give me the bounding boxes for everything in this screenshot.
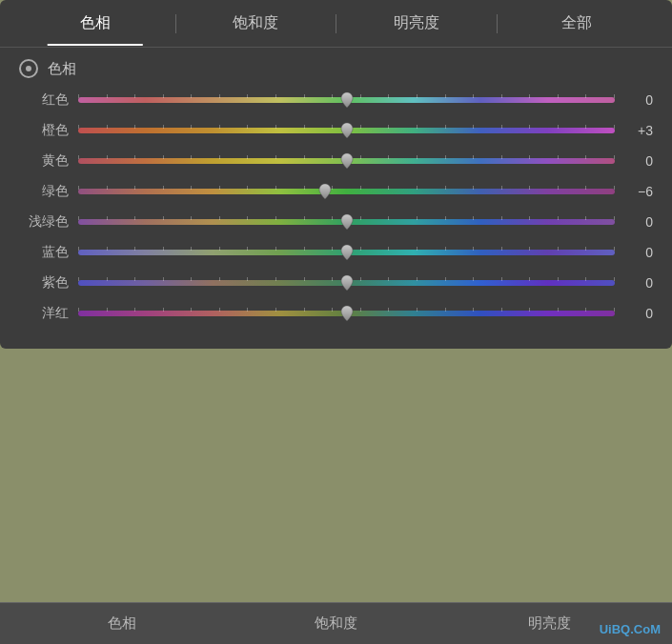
slider-label-purple: 紫色: [19, 274, 69, 292]
slider-container-purple[interactable]: [78, 272, 615, 293]
sliders-container: 红色: [19, 90, 653, 324]
slider-thumb-magenta[interactable]: [338, 303, 356, 324]
tab-saturation[interactable]: 饱和度: [176, 2, 336, 45]
bottom-tab-hue[interactable]: 色相: [15, 614, 229, 633]
slider-value-green: −6: [624, 184, 653, 199]
section-title: 色相: [48, 60, 76, 78]
tab-all[interactable]: 全部: [498, 2, 658, 45]
slider-label-red: 红色: [19, 91, 69, 109]
slider-value-blue: 0: [624, 245, 653, 260]
background-fill: [0, 349, 672, 644]
slider-container-magenta[interactable]: [78, 303, 615, 324]
slider-thumb-yellow[interactable]: [338, 151, 356, 171]
slider-value-yellow: 0: [624, 153, 653, 169]
slider-row-magenta: 洋红: [19, 303, 653, 324]
main-panel: 色相 饱和度 明亮度 全部 色相 红色: [0, 0, 672, 349]
slider-value-purple: 0: [624, 275, 653, 291]
slider-value-orange: +3: [624, 123, 653, 138]
slider-label-green: 绿色: [19, 183, 69, 200]
slider-container-green[interactable]: [78, 181, 615, 202]
slider-row-green: 绿色: [19, 181, 653, 202]
thumb-shape-yellow: [340, 152, 354, 170]
target-icon[interactable]: [19, 59, 38, 78]
thumb-shape-magenta: [340, 305, 354, 322]
slider-row-red: 红色: [19, 90, 653, 111]
slider-thumb-aqua[interactable]: [338, 211, 356, 232]
slider-label-aqua: 浅绿色: [19, 213, 69, 231]
tab-hue[interactable]: 色相: [15, 2, 175, 45]
slider-thumb-purple[interactable]: [338, 272, 356, 293]
slider-row-yellow: 黄色: [19, 151, 653, 171]
slider-label-blue: 蓝色: [19, 244, 69, 261]
slider-label-yellow: 黄色: [19, 152, 69, 170]
watermark: UiBQ.CoM: [600, 622, 661, 636]
slider-label-magenta: 洋红: [19, 305, 69, 322]
bottom-bar: 色相 饱和度 明亮度 UiBQ.CoM: [0, 602, 672, 644]
slider-row-blue: 蓝色: [19, 242, 653, 263]
thumb-shape-blue: [340, 244, 354, 261]
bottom-tab-saturation[interactable]: 饱和度: [229, 614, 442, 633]
slider-container-orange[interactable]: [78, 120, 615, 141]
slider-container-red[interactable]: [78, 90, 615, 111]
tab-luminance[interactable]: 明亮度: [336, 2, 497, 45]
tab-bar: 色相 饱和度 明亮度 全部: [0, 0, 672, 48]
slider-thumb-blue[interactable]: [338, 242, 356, 263]
section-header: 色相: [19, 59, 653, 78]
content-area: 色相 红色: [0, 48, 672, 349]
thumb-shape-orange: [340, 122, 354, 139]
thumb-shape-green: [318, 183, 332, 200]
slider-row-purple: 紫色: [19, 272, 653, 293]
slider-thumb-red[interactable]: [338, 90, 356, 111]
slider-value-magenta: 0: [624, 306, 653, 321]
slider-value-aqua: 0: [624, 214, 653, 230]
thumb-shape-purple: [340, 274, 354, 292]
slider-row-aqua: 浅绿色: [19, 211, 653, 232]
slider-container-yellow[interactable]: [78, 151, 615, 171]
slider-track-green: [78, 189, 615, 194]
slider-container-aqua[interactable]: [78, 211, 615, 232]
slider-container-blue[interactable]: [78, 242, 615, 263]
thumb-shape-aqua: [340, 213, 354, 231]
slider-label-orange: 橙色: [19, 122, 69, 139]
thumb-shape-red: [340, 91, 354, 109]
slider-row-orange: 橙色: [19, 120, 653, 141]
slider-thumb-green[interactable]: [316, 181, 334, 202]
slider-thumb-orange[interactable]: [338, 120, 356, 141]
slider-value-red: 0: [624, 92, 653, 108]
